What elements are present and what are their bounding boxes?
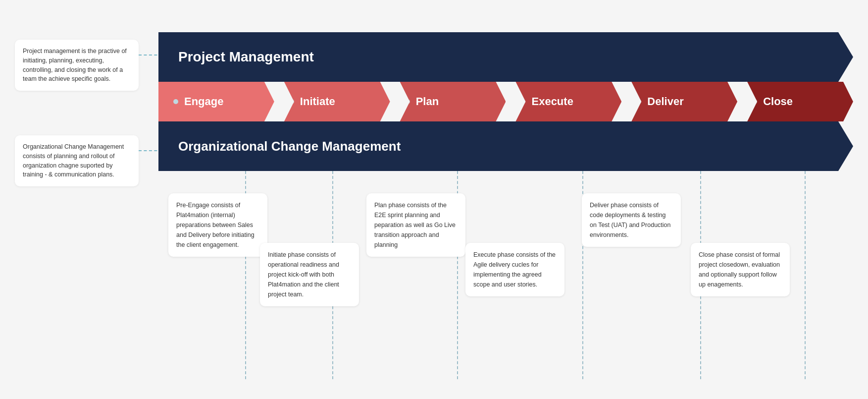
pm-description: Project management is the practive of in…: [23, 48, 127, 82]
phase-close: Close: [737, 82, 853, 121]
callout-initiate: Initiate phase consists of operational r…: [260, 243, 359, 306]
diagram-area: Project Management Engage Initiate Plan …: [158, 32, 853, 171]
pm-banner: Project Management: [158, 32, 853, 82]
ocm-title: Organizational Change Management: [178, 139, 401, 154]
close-label: Close: [763, 95, 793, 108]
close-callout-text: Close phase consist of formal project cl…: [699, 251, 780, 288]
engage-label: Engage: [184, 95, 223, 108]
plan-label: Plan: [416, 95, 439, 108]
ocm-banner: Organizational Change Management: [158, 121, 853, 171]
main-container: Project management is the practive of in…: [0, 0, 868, 399]
phase-deliver: Deliver: [621, 82, 737, 121]
pm-title: Project Management: [178, 49, 314, 65]
callout-deliver: Deliver phase consists of code deploymen…: [582, 193, 681, 247]
phase-plan: Plan: [390, 82, 506, 121]
initiate-callout-text: Initiate phase consists of operational r…: [268, 251, 339, 298]
phase-execute: Execute: [506, 82, 621, 121]
ocm-description: Organizational Change Management consist…: [23, 143, 124, 178]
plan-dot: [405, 99, 410, 104]
initiate-label: Initiate: [300, 95, 335, 108]
close-dot: [752, 99, 757, 104]
phase-initiate: Initiate: [274, 82, 390, 121]
vline-6: [805, 171, 806, 379]
deliver-dot: [636, 99, 641, 104]
pm-callout-box: Project management is the practive of in…: [15, 40, 139, 91]
engage-dot: [173, 99, 178, 104]
plan-callout-text: Plan phase consists of the E2E sprint pl…: [374, 202, 456, 248]
callout-engage: Pre-Engage consists of Plat4mation (inte…: [168, 193, 267, 257]
callout-plan: Plan phase consists of the E2E sprint pl…: [366, 193, 465, 257]
phase-engage: Engage: [158, 82, 274, 121]
left-callouts: Project management is the practive of in…: [15, 40, 139, 186]
callout-execute: Execute phase consists of the Agile deli…: [465, 243, 564, 296]
deliver-label: Deliver: [647, 95, 683, 108]
deliver-callout-text: Deliver phase consists of code deploymen…: [590, 202, 671, 238]
execute-callout-text: Execute phase consists of the Agile deli…: [473, 251, 556, 288]
execute-dot: [520, 99, 525, 104]
callout-close: Close phase consist of formal project cl…: [691, 243, 790, 296]
engage-callout-text: Pre-Engage consists of Plat4mation (inte…: [176, 202, 255, 248]
chevron-row: Engage Initiate Plan Execute Deliver Clo…: [158, 82, 853, 121]
ocm-callout-box: Organizational Change Management consist…: [15, 135, 139, 186]
initiate-dot: [289, 99, 294, 104]
execute-label: Execute: [531, 95, 573, 108]
